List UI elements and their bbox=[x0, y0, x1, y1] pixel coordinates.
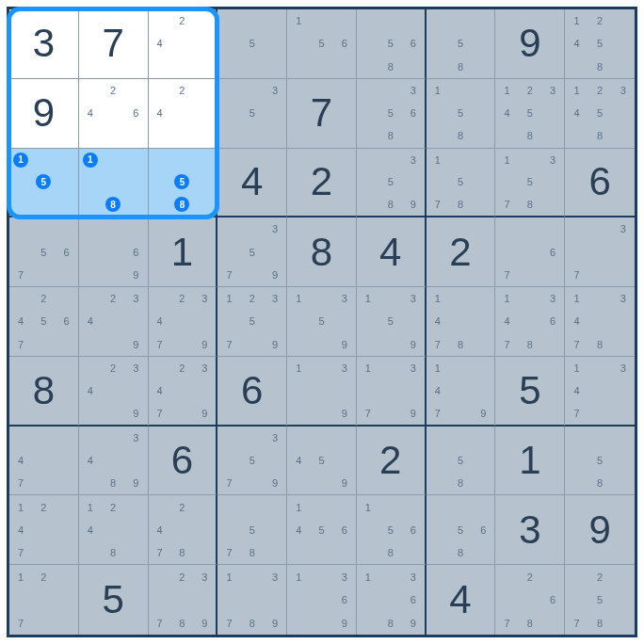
candidate-6 bbox=[611, 310, 635, 332]
cell-r1-c9[interactable]: 12458 bbox=[565, 9, 635, 79]
cell-r1-c3[interactable]: 24 bbox=[149, 9, 218, 79]
cell-r4-c6[interactable]: 4 bbox=[357, 217, 427, 287]
cell-r6-c8[interactable]: 5 bbox=[495, 357, 565, 427]
cell-r4-c4[interactable]: 3579 bbox=[217, 217, 287, 287]
cell-r9-c5[interactable]: 1369 bbox=[287, 565, 357, 635]
cell-r6-c9[interactable]: 1347 bbox=[565, 357, 635, 427]
cell-r5-c6[interactable]: 1359 bbox=[357, 287, 427, 357]
candidate-4 bbox=[357, 519, 379, 541]
cell-r1-c5[interactable]: 156 bbox=[287, 9, 357, 79]
cell-r7-c2[interactable]: 3489 bbox=[79, 427, 149, 496]
cell-r5-c4[interactable]: 123579 bbox=[217, 287, 287, 357]
cell-r7-c8[interactable]: 1 bbox=[495, 427, 565, 496]
cell-r6-c4[interactable]: 6 bbox=[217, 357, 287, 427]
candidates-grid: 2349 bbox=[79, 287, 148, 356]
candidate-7 bbox=[79, 124, 102, 147]
cell-r8-c5[interactable]: 1456 bbox=[287, 495, 357, 565]
cell-r7-c5[interactable]: 459 bbox=[287, 427, 357, 496]
cell-r7-c7[interactable]: 58 bbox=[427, 427, 496, 496]
cell-r3-c9[interactable]: 6 bbox=[565, 149, 635, 218]
cell-r3-c2[interactable]: 18 bbox=[79, 149, 149, 218]
cell-r3-c8[interactable]: 13578 bbox=[495, 149, 565, 218]
cell-r5-c5[interactable]: 1359 bbox=[287, 287, 357, 357]
cell-r2-c2[interactable]: 246 bbox=[79, 79, 149, 149]
cell-r9-c6[interactable]: 13689 bbox=[357, 565, 427, 635]
cell-r9-c1[interactable]: 127 bbox=[9, 565, 79, 635]
candidates-grid: 23479 bbox=[149, 287, 217, 356]
cell-r3-c1[interactable]: 15 bbox=[9, 149, 79, 218]
cell-r8-c2[interactable]: 1248 bbox=[79, 495, 149, 565]
cell-r7-c6[interactable]: 2 bbox=[357, 427, 427, 496]
cell-r9-c7[interactable]: 4 bbox=[427, 565, 496, 635]
cell-r9-c2[interactable]: 5 bbox=[79, 565, 149, 635]
cell-r3-c4[interactable]: 4 bbox=[217, 149, 287, 218]
candidate-6 bbox=[472, 310, 494, 332]
candidate-3: 3 bbox=[333, 287, 356, 310]
cell-r1-c4[interactable]: 5 bbox=[217, 9, 287, 79]
cell-r5-c7[interactable]: 1478 bbox=[427, 287, 496, 357]
cell-r3-c7[interactable]: 1578 bbox=[427, 149, 496, 218]
cell-r4-c3[interactable]: 1 bbox=[149, 217, 218, 287]
candidate-2 bbox=[379, 149, 402, 171]
cell-r5-c9[interactable]: 13478 bbox=[565, 287, 635, 357]
cell-r5-c8[interactable]: 134678 bbox=[495, 287, 565, 357]
cell-r5-c2[interactable]: 2349 bbox=[79, 287, 149, 357]
cell-r8-c1[interactable]: 1247 bbox=[9, 495, 79, 565]
cell-r5-c1[interactable]: 24567 bbox=[9, 287, 79, 357]
cell-r9-c8[interactable]: 2678 bbox=[495, 565, 565, 635]
candidate-4: 4 bbox=[287, 519, 310, 541]
cell-r4-c9[interactable]: 37 bbox=[565, 217, 635, 287]
cell-r2-c5[interactable]: 7 bbox=[287, 79, 357, 149]
candidate-9 bbox=[402, 56, 425, 78]
candidate-6 bbox=[193, 379, 216, 402]
cell-r8-c7[interactable]: 568 bbox=[427, 495, 496, 565]
cell-r8-c9[interactable]: 9 bbox=[565, 495, 635, 565]
cell-r3-c3[interactable]: 58 bbox=[149, 149, 218, 218]
candidate-5: 5 bbox=[588, 32, 612, 55]
cell-r2-c7[interactable]: 158 bbox=[427, 79, 496, 149]
cell-r2-c1[interactable]: 9 bbox=[9, 79, 79, 149]
cell-r2-c8[interactable]: 123458 bbox=[495, 79, 565, 149]
cell-r1-c8[interactable]: 9 bbox=[495, 9, 565, 79]
cell-r2-c9[interactable]: 123458 bbox=[565, 79, 635, 149]
cell-r2-c3[interactable]: 24 bbox=[149, 79, 218, 149]
cell-r6-c3[interactable]: 23479 bbox=[149, 357, 218, 427]
cell-r7-c4[interactable]: 3579 bbox=[217, 427, 287, 496]
candidate-4: 4 bbox=[565, 310, 588, 332]
cell-r4-c2[interactable]: 69 bbox=[79, 217, 149, 287]
cell-r8-c6[interactable]: 1568 bbox=[357, 495, 427, 565]
cell-r3-c6[interactable]: 3589 bbox=[357, 149, 427, 218]
cell-r9-c9[interactable]: 2578 bbox=[565, 565, 635, 635]
candidate-9: 9 bbox=[402, 402, 425, 425]
cell-r6-c5[interactable]: 139 bbox=[287, 357, 357, 427]
candidate-8 bbox=[102, 124, 124, 147]
cell-r5-c3[interactable]: 23479 bbox=[149, 287, 218, 357]
sudoku-board[interactable]: 3724515656858912458924624357356815812345… bbox=[7, 7, 637, 637]
cell-r3-c5[interactable]: 2 bbox=[287, 149, 357, 218]
cell-r6-c6[interactable]: 1379 bbox=[357, 357, 427, 427]
cell-r2-c4[interactable]: 35 bbox=[217, 79, 287, 149]
cell-r2-c6[interactable]: 3568 bbox=[357, 79, 427, 149]
cell-r8-c3[interactable]: 2478 bbox=[149, 495, 218, 565]
cell-r7-c3[interactable]: 6 bbox=[149, 427, 218, 496]
cell-r1-c2[interactable]: 7 bbox=[79, 9, 149, 79]
cell-r6-c1[interactable]: 8 bbox=[9, 357, 79, 427]
cell-r1-c7[interactable]: 58 bbox=[427, 9, 496, 79]
cell-r1-c6[interactable]: 568 bbox=[357, 9, 427, 79]
cell-r7-c9[interactable]: 58 bbox=[565, 427, 635, 496]
candidates-grid: 123579 bbox=[217, 287, 286, 356]
cell-r6-c7[interactable]: 1479 bbox=[427, 357, 496, 427]
cell-r6-c2[interactable]: 2349 bbox=[79, 357, 149, 427]
candidate-highlight-icon: 8 bbox=[105, 197, 121, 212]
cell-r1-c1[interactable]: 3 bbox=[9, 9, 79, 79]
cell-r4-c5[interactable]: 8 bbox=[287, 217, 357, 287]
cell-r4-c1[interactable]: 567 bbox=[9, 217, 79, 287]
cell-r9-c4[interactable]: 13789 bbox=[217, 565, 287, 635]
cell-r8-c8[interactable]: 3 bbox=[495, 495, 565, 565]
cell-r8-c4[interactable]: 578 bbox=[217, 495, 287, 565]
cell-r4-c7[interactable]: 2 bbox=[427, 217, 496, 287]
cell-r7-c1[interactable]: 47 bbox=[9, 427, 79, 496]
candidate-6: 6 bbox=[333, 519, 356, 541]
cell-r9-c3[interactable]: 23789 bbox=[149, 565, 218, 635]
cell-r4-c8[interactable]: 67 bbox=[495, 217, 565, 287]
